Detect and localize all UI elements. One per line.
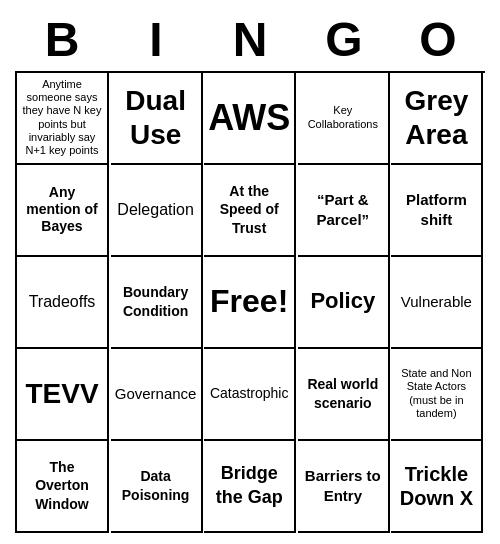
cell-4: Grey Area [391, 73, 483, 165]
cell-21: Data Poisoning [111, 441, 203, 533]
bingo-title: B I N G O [15, 12, 485, 67]
cell-5: Any mention of Bayes [17, 165, 109, 257]
cell-13: Policy [298, 257, 390, 349]
cell-18: Real world scenario [298, 349, 390, 441]
cell-11: Boundary Condition [111, 257, 203, 349]
cell-3: Key Collaborations [298, 73, 390, 165]
title-b: B [18, 12, 106, 67]
cell-24: Trickle Down X [391, 441, 483, 533]
cell-6: Delegation [111, 165, 203, 257]
title-n: N [206, 12, 294, 67]
cell-22: Bridge the Gap [204, 441, 296, 533]
title-g: G [300, 12, 388, 67]
title-i: I [112, 12, 200, 67]
cell-9: Platform shift [391, 165, 483, 257]
cell-16: Governance [111, 349, 203, 441]
cell-8: “Part & Parcel” [298, 165, 390, 257]
cell-10: Tradeoffs [17, 257, 109, 349]
cell-19: State and Non State Actors (must be in t… [391, 349, 483, 441]
cell-20: The Overton Window [17, 441, 109, 533]
cell-14: Vulnerable [391, 257, 483, 349]
bingo-card: B I N G O Anytime someone says they have… [5, 2, 495, 543]
cell-1: Dual Use [111, 73, 203, 165]
cell-7: At the Speed of Trust [204, 165, 296, 257]
cell-2: AWS [204, 73, 296, 165]
cell-12-free: Free! [204, 257, 296, 349]
cell-23: Barriers to Entry [298, 441, 390, 533]
title-o: O [394, 12, 482, 67]
cell-15: TEVV [17, 349, 109, 441]
cell-0: Anytime someone says they have N key poi… [17, 73, 109, 165]
cell-17: Catastrophic [204, 349, 296, 441]
bingo-grid: Anytime someone says they have N key poi… [15, 71, 485, 533]
